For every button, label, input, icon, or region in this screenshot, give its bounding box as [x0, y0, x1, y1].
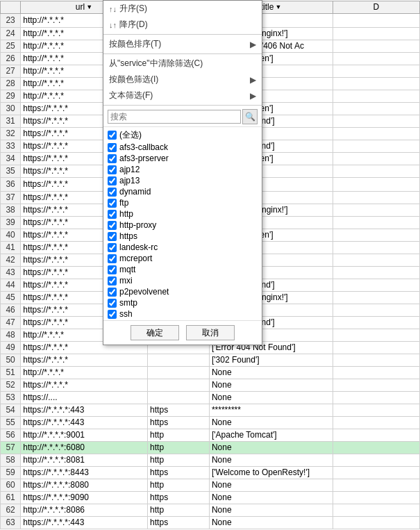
sort-color-label: 按颜色排序(T)	[109, 38, 161, 50]
cell-rownum: 30	[1, 102, 21, 115]
cell-service	[148, 379, 210, 391]
cell-service: https	[148, 466, 210, 479]
cell-rownum: 39	[1, 216, 21, 229]
checkbox-input[interactable]	[108, 131, 117, 140]
cell-rownum: 23	[1, 13, 21, 27]
checkbox-item[interactable]: (全选)	[108, 129, 258, 142]
filter-color-arrow: ▶	[250, 75, 256, 85]
cell-d	[333, 165, 419, 177]
checkbox-input[interactable]	[108, 143, 117, 152]
cell-d	[333, 77, 419, 90]
sort-asc-label: 升序(S)	[119, 3, 147, 15]
col-d-label: D	[373, 2, 379, 12]
checkbox-input[interactable]	[108, 154, 117, 163]
clear-filter-item[interactable]: 从"service"中清除筛选(C)	[103, 56, 262, 72]
checkbox-item[interactable]: p2pevolvenet	[108, 286, 258, 297]
cell-rownum: 29	[1, 90, 21, 102]
checkbox-input[interactable]	[108, 232, 117, 241]
cell-d	[333, 204, 419, 216]
table-row[interactable]: 58http://*.*.*.*:8081httpNone	[1, 454, 420, 466]
table-row[interactable]: 55https://*.*.*.*:443httpsNone	[1, 416, 420, 429]
table-row[interactable]: 56http://*.*.*.*:9001http['Apache Tomcat…	[1, 429, 420, 441]
checkbox-item[interactable]: ajp13	[108, 175, 258, 186]
checkbox-input[interactable]	[108, 243, 117, 252]
cell-d	[333, 102, 419, 115]
checkbox-input[interactable]	[108, 221, 117, 230]
cell-d	[333, 266, 419, 279]
cell-d	[333, 13, 419, 27]
checkbox-input[interactable]	[108, 276, 117, 285]
header-col-d: D	[333, 1, 419, 13]
cell-title: None	[209, 516, 333, 529]
checkbox-item[interactable]: mqtt	[108, 264, 258, 275]
checkbox-input[interactable]	[108, 254, 117, 263]
cell-title: None	[209, 379, 333, 391]
table-row[interactable]: 62http://*.*.*.*:8086httpNone	[1, 504, 420, 516]
text-filter-item[interactable]: 文本筛选(F) ▶	[103, 88, 262, 103]
checkbox-input[interactable]	[108, 165, 117, 174]
checkbox-item[interactable]: ftp	[108, 197, 258, 208]
sort-color-item[interactable]: 按颜色排序(T) ▶	[103, 36, 262, 52]
search-input[interactable]	[108, 110, 241, 124]
cell-url: http://*.*.*.*	[21, 366, 148, 379]
cell-rownum: 52	[1, 379, 21, 391]
checkbox-item[interactable]: https	[108, 231, 258, 242]
checkbox-input[interactable]	[108, 188, 117, 197]
search-button[interactable]: 🔍	[242, 109, 258, 124]
confirm-button[interactable]: 确定	[131, 325, 179, 340]
table-row[interactable]: 60https://*.*.*.*:8080httpNone	[1, 479, 420, 491]
table-row[interactable]: 53https://....None	[1, 391, 420, 404]
checkbox-input[interactable]	[108, 310, 117, 319]
col-a-filter-icon[interactable]: ▼	[86, 3, 92, 10]
table-row[interactable]: 61https://*.*.*.*:9090httpsNone	[1, 491, 420, 504]
sort-asc-item[interactable]: ↑↓ 升序(S)	[103, 1, 262, 17]
checkbox-input[interactable]	[108, 265, 117, 274]
checkbox-item[interactable]: afs3-callback	[108, 142, 258, 153]
table-row[interactable]: 52https://*.*.*.*None	[1, 379, 420, 391]
header-rownum	[1, 1, 21, 13]
col-c-filter-icon[interactable]: ▼	[275, 3, 281, 10]
sort-asc-icon: ↑↓	[109, 5, 117, 13]
table-row[interactable]: 63https://*.*.*.*:443httpsNone	[1, 516, 420, 529]
checkbox-input[interactable]	[108, 199, 117, 208]
checkbox-item[interactable]: smtp	[108, 297, 258, 308]
cell-title: ['Apache Tomcat']	[209, 429, 333, 441]
table-row[interactable]: 51http://*.*.*.*None	[1, 366, 420, 379]
cell-service: https	[148, 416, 210, 429]
cancel-button[interactable]: 取消	[186, 325, 235, 340]
checkbox-input[interactable]	[108, 210, 117, 219]
checkbox-input[interactable]	[108, 288, 117, 297]
table-row[interactable]: 50https://*.*.*.*['302 Found']	[1, 354, 420, 366]
cell-rownum: 53	[1, 391, 21, 404]
checkbox-item[interactable]: http	[108, 208, 258, 220]
table-row[interactable]: 54https://*.*.*.*:443https*********	[1, 404, 420, 416]
cell-url: https://*.*.*.*:8080	[21, 479, 148, 491]
checkbox-item[interactable]: mcreport	[108, 253, 258, 264]
checkbox-item[interactable]: ajp12	[108, 164, 258, 175]
checkbox-item[interactable]: mxi	[108, 275, 258, 286]
sort-desc-item[interactable]: ↓↑ 降序(D)	[103, 17, 262, 33]
filter-color-label: 按颜色筛选(I)	[109, 74, 158, 85]
table-row[interactable]: 59https://*.*.*.*:8443https['Welcome to …	[1, 466, 420, 479]
table-row[interactable]: 57http://*.*.*.*:6080httpNone	[1, 441, 420, 454]
checkbox-input[interactable]	[108, 176, 117, 185]
cell-rownum: 42	[1, 254, 21, 266]
cell-title: None	[209, 479, 333, 491]
cell-d	[333, 27, 419, 40]
checkbox-label: afs3-callback	[119, 142, 168, 152]
checkbox-input[interactable]	[108, 299, 117, 308]
checkbox-item[interactable]: ssh	[108, 308, 258, 320]
checkbox-item[interactable]: landesk-rc	[108, 242, 258, 253]
cell-d	[333, 241, 419, 254]
checkbox-item[interactable]: dynamid	[108, 186, 258, 197]
separator-2	[103, 53, 262, 54]
cell-d	[333, 52, 419, 65]
cell-rownum: 34	[1, 152, 21, 165]
filter-color-item[interactable]: 按颜色筛选(I) ▶	[103, 72, 262, 88]
col-c-label: title	[261, 2, 274, 12]
checkbox-item[interactable]: http-proxy	[108, 220, 258, 231]
cell-rownum: 59	[1, 466, 21, 479]
checkbox-item[interactable]: afs3-prserver	[108, 153, 258, 164]
cell-rownum: 43	[1, 266, 21, 279]
cell-url: https://*.*.*.*	[21, 354, 148, 366]
